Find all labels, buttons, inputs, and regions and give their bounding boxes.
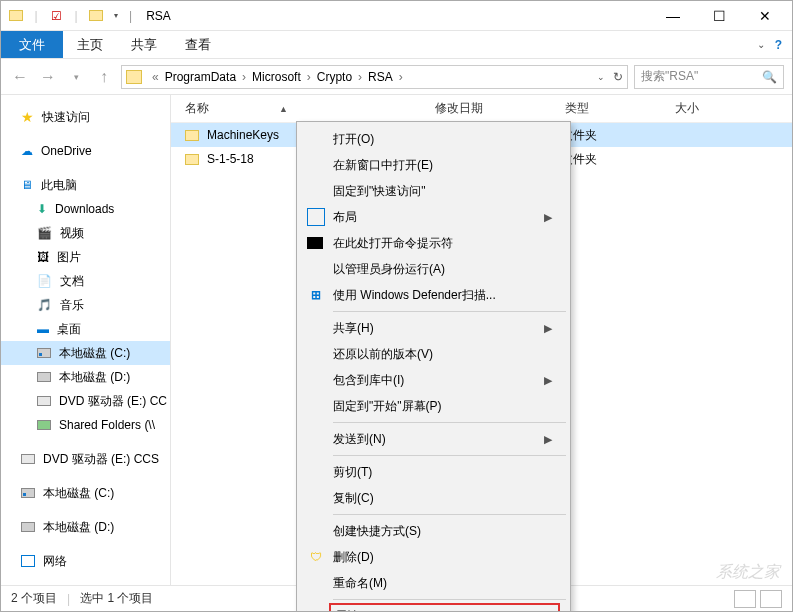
ctx-delete[interactable]: 🛡删除(D) <box>299 544 568 570</box>
sidebar: ★快速访问 ☁OneDrive 🖥此电脑 ⬇Downloads 🎬视频 🖼图片 … <box>1 95 171 585</box>
ctx-pin-quick[interactable]: 固定到"快速访问" <box>299 178 568 204</box>
sidebar-downloads[interactable]: ⬇Downloads <box>1 197 170 221</box>
up-button[interactable]: ↑ <box>93 68 115 86</box>
disk-icon <box>37 372 51 382</box>
address-folder-icon <box>126 70 142 84</box>
close-button[interactable]: ✕ <box>742 2 788 30</box>
sidebar-video[interactable]: 🎬视频 <box>1 221 170 245</box>
sidebar-pictures[interactable]: 🖼图片 <box>1 245 170 269</box>
ctx-shortcut-label: 创建快捷方式(S) <box>333 523 421 540</box>
crumb-3[interactable]: RSA <box>368 70 393 84</box>
search-icon[interactable]: 🔍 <box>762 70 777 84</box>
status-selected: 选中 1 个项目 <box>80 590 153 607</box>
ctx-cmd-here[interactable]: 在此处打开命令提示符 <box>299 230 568 256</box>
col-type[interactable]: 类型 <box>565 100 675 117</box>
ctx-properties[interactable]: 属性(R) <box>329 603 560 612</box>
file-tab[interactable]: 文件 <box>1 31 63 58</box>
sidebar-network[interactable]: 网络 <box>1 549 170 573</box>
home-tab[interactable]: 主页 <box>63 31 117 58</box>
qat-dropdown-icon[interactable]: ▾ <box>109 9 123 23</box>
recent-dropdown-icon[interactable]: ▾ <box>65 72 87 82</box>
address-dropdown-icon[interactable]: ⌄ <box>597 72 605 82</box>
ctx-copy-label: 复制(C) <box>333 490 374 507</box>
large-icons-view-icon[interactable] <box>760 590 782 608</box>
refresh-icon[interactable]: ↻ <box>613 70 623 84</box>
shield-icon: 🛡 <box>307 548 325 566</box>
submenu-arrow-icon: ▶ <box>544 322 552 335</box>
search-box[interactable]: 搜索"RSA" 🔍 <box>634 65 784 89</box>
sidebar-documents[interactable]: 📄文档 <box>1 269 170 293</box>
open-folder-icon[interactable] <box>89 9 103 23</box>
dvd-icon <box>37 396 51 406</box>
col-size[interactable]: 大小 <box>675 100 755 117</box>
ctx-delete-label: 删除(D) <box>333 549 374 566</box>
share-tab[interactable]: 共享 <box>117 31 171 58</box>
maximize-button[interactable]: ☐ <box>696 2 742 30</box>
title-separator: | <box>129 9 132 23</box>
sidebar-onedrive[interactable]: ☁OneDrive <box>1 139 170 163</box>
sidebar-disk-d[interactable]: 本地磁盘 (D:) <box>1 365 170 389</box>
ctx-send-to[interactable]: 发送到(N)▶ <box>299 426 568 452</box>
ctx-copy[interactable]: 复制(C) <box>299 485 568 511</box>
title-bar: | ☑ | ▾ | RSA — ☐ ✕ <box>1 1 792 31</box>
ribbon-expand-icon[interactable]: ⌄ <box>757 39 765 50</box>
crumb-0[interactable]: ProgramData <box>165 70 236 84</box>
sidebar-dvd-e2[interactable]: DVD 驱动器 (E:) CCS <box>1 447 170 471</box>
layout-icon <box>307 208 325 226</box>
ctx-pin-start-label: 固定到"开始"屏幕(P) <box>333 398 442 415</box>
minimize-button[interactable]: — <box>650 2 696 30</box>
sidebar-shared[interactable]: Shared Folders (\\ <box>1 413 170 437</box>
window-title: RSA <box>146 9 171 23</box>
sidebar-desktop[interactable]: ▬桌面 <box>1 317 170 341</box>
star-icon: ★ <box>21 109 34 125</box>
sidebar-disk-d2[interactable]: 本地磁盘 (D:) <box>1 515 170 539</box>
crumb-root-sep: « <box>152 70 159 84</box>
ctx-open-label: 打开(O) <box>333 131 374 148</box>
ctx-shortcut[interactable]: 创建快捷方式(S) <box>299 518 568 544</box>
sidebar-quick-access[interactable]: ★快速访问 <box>1 105 170 129</box>
window-controls: — ☐ ✕ <box>650 2 788 30</box>
ctx-run-admin[interactable]: 以管理员身份运行(A) <box>299 256 568 282</box>
sidebar-pc-label: 此电脑 <box>41 177 77 194</box>
ctx-open-new[interactable]: 在新窗口中打开(E) <box>299 152 568 178</box>
properties-icon[interactable]: ☑ <box>49 9 63 23</box>
ctx-rename[interactable]: 重命名(M) <box>299 570 568 596</box>
ctx-open[interactable]: 打开(O) <box>299 126 568 152</box>
sidebar-downloads-label: Downloads <box>55 202 114 216</box>
context-menu: 打开(O) 在新窗口中打开(E) 固定到"快速访问" 布局▶ 在此处打开命令提示… <box>296 121 571 612</box>
disk-icon <box>37 348 51 358</box>
ctx-cut[interactable]: 剪切(T) <box>299 459 568 485</box>
help-icon[interactable]: ? <box>775 38 782 52</box>
sidebar-dvd-e[interactable]: DVD 驱动器 (E:) CC <box>1 389 170 413</box>
sidebar-music[interactable]: 🎵音乐 <box>1 293 170 317</box>
ctx-defender[interactable]: ⊞使用 Windows Defender扫描... <box>299 282 568 308</box>
crumb-1[interactable]: Microsoft <box>252 70 301 84</box>
submenu-arrow-icon: ▶ <box>544 211 552 224</box>
address-bar[interactable]: « ProgramData › Microsoft › Crypto › RSA… <box>121 65 628 89</box>
ctx-share-label: 共享(H) <box>333 320 374 337</box>
col-date[interactable]: 修改日期 <box>435 100 565 117</box>
back-button[interactable]: ← <box>9 68 31 86</box>
sidebar-this-pc[interactable]: 🖥此电脑 <box>1 173 170 197</box>
status-sep: | <box>67 592 70 606</box>
ctx-separator <box>333 422 566 423</box>
ctx-share[interactable]: 共享(H)▶ <box>299 315 568 341</box>
ctx-include-lib[interactable]: 包含到库中(I)▶ <box>299 367 568 393</box>
view-tab[interactable]: 查看 <box>171 31 225 58</box>
nav-arrows: ← → ▾ ↑ <box>9 68 115 86</box>
ctx-layout[interactable]: 布局▶ <box>299 204 568 230</box>
details-view-icon[interactable] <box>734 590 756 608</box>
music-icon: 🎵 <box>37 298 52 312</box>
ctx-pin-start[interactable]: 固定到"开始"屏幕(P) <box>299 393 568 419</box>
ctx-cmd-label: 在此处打开命令提示符 <box>333 235 453 252</box>
col-name[interactable]: 名称▲ <box>185 100 435 117</box>
disk-icon <box>21 522 35 532</box>
ctx-send-label: 发送到(N) <box>333 431 386 448</box>
forward-button[interactable]: → <box>37 68 59 86</box>
file-name: MachineKeys <box>207 128 279 142</box>
ctx-separator <box>333 599 566 600</box>
ctx-prev-versions[interactable]: 还原以前的版本(V) <box>299 341 568 367</box>
crumb-2[interactable]: Crypto <box>317 70 352 84</box>
sidebar-disk-c2[interactable]: 本地磁盘 (C:) <box>1 481 170 505</box>
sidebar-disk-c[interactable]: 本地磁盘 (C:) <box>1 341 170 365</box>
